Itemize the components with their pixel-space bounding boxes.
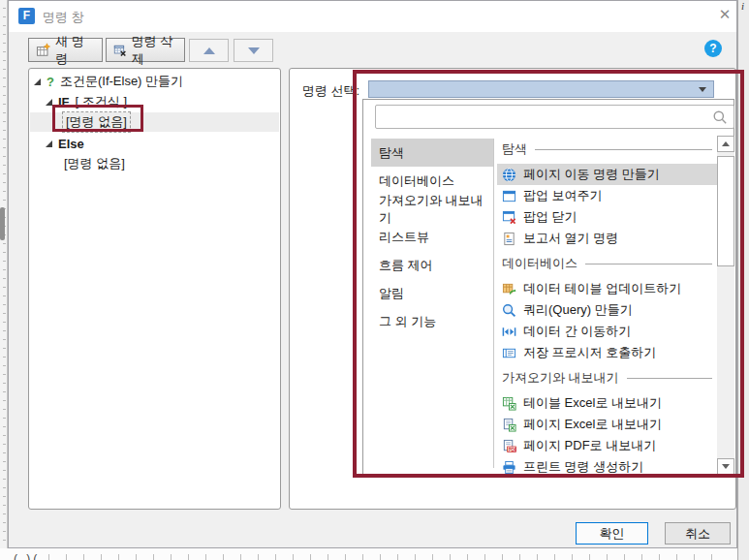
command-item-label: 페이지 PDF로 내보내기 <box>523 437 656 454</box>
tree-node-label: [명령 없음] <box>64 155 125 172</box>
scroll-down-icon <box>722 464 730 469</box>
app-logo-icon: F <box>18 8 35 24</box>
section-header-import-export: 가져오기와 내보내기 <box>497 363 717 392</box>
command-list-scrollbar <box>717 136 734 475</box>
popup-show-icon <box>502 189 516 203</box>
background-right-strip: i <box>737 0 749 560</box>
command-item-page-move[interactable]: 페이지 이동 명령 만들기 <box>497 164 717 185</box>
category-item-navigation[interactable]: 탐색 <box>371 139 493 167</box>
popup-close-icon <box>502 210 516 225</box>
command-item-label: 페이지 이동 명령 만들기 <box>523 166 660 183</box>
data-move-icon <box>502 325 516 339</box>
table-update-icon <box>502 282 516 296</box>
chevron-down-icon <box>699 87 706 92</box>
titlebar: F 명령 창 ✕ <box>9 1 736 32</box>
expander-icon[interactable] <box>34 78 41 85</box>
ruler-ticks <box>3 0 6 560</box>
command-item-label: 팝업 보여주기 <box>523 187 603 204</box>
stored-procedure-icon <box>502 346 516 360</box>
command-item-popup-show[interactable]: 팝업 보여주기 <box>497 185 717 206</box>
query-icon <box>502 303 516 318</box>
command-select-panel: 명령 선택: 탐색 데이터베이스 가져오기와 내보내기 리스트뷰 흐름 제어 알… <box>289 68 736 510</box>
question-icon: ? <box>47 75 54 89</box>
command-item-popup-close[interactable]: 팝업 닫기 <box>497 206 717 228</box>
command-item-report-open[interactable]: 보고서 열기 명령 <box>497 228 717 249</box>
tree-node-else[interactable]: Else <box>30 134 279 153</box>
tree-node-else-empty-command[interactable]: [명령 없음] <box>30 154 279 173</box>
command-item-table-update[interactable]: 데이터 테이블 업데이트하기 <box>497 278 717 299</box>
svg-text:PDF: PDF <box>508 447 516 451</box>
tree-node-label: 조건문(If-Else) 만들기 <box>60 73 183 90</box>
section-header-navigation: 탐색 <box>497 135 717 164</box>
command-item-label: 테이블 Excel로 내보내기 <box>523 394 662 412</box>
command-search-input[interactable] <box>380 108 709 126</box>
command-item-print[interactable]: 프린트 명령 생성하기 <box>497 456 717 476</box>
category-item-flow-control[interactable]: 흐름 제어 <box>371 251 493 279</box>
command-item-label: 쿼리(Query) 만들기 <box>523 301 633 319</box>
command-item-table-excel-export[interactable]: 테이블 Excel로 내보내기 <box>497 392 717 414</box>
command-item-label: 데이터 테이블 업데이트하기 <box>523 280 681 297</box>
section-title: 데이터베이스 <box>502 255 577 272</box>
background-grid-strip: ( )( <box>0 548 749 560</box>
page-excel-icon <box>502 418 516 432</box>
list-divider <box>493 139 494 468</box>
command-item-label: 페이지 Excel로 내보내기 <box>523 416 662 433</box>
tree-node-label: IF <box>58 95 70 109</box>
command-list: 탐색 페이지 이동 명령 만들기 팝업 보여주기 <box>497 135 717 476</box>
delete-command-icon <box>113 43 127 58</box>
window-title: 명령 창 <box>43 9 84 26</box>
tree-node-ifelse-root[interactable]: ? 조건문(If-Else) 만들기 <box>30 72 279 91</box>
ok-button[interactable]: 확인 <box>576 522 648 544</box>
command-item-page-pdf-export[interactable]: PDF 페이지 PDF로 내보내기 <box>497 435 717 456</box>
command-tree-panel: ? 조건문(If-Else) 만들기 IF [ 조건식 ] [명령 없음] El… <box>28 68 281 510</box>
category-item-other[interactable]: 그 외 기능 <box>371 307 493 335</box>
section-title: 가져오기와 내보내기 <box>502 369 619 387</box>
command-item-label: 데이터 간 이동하기 <box>523 323 631 340</box>
new-command-button[interactable]: 새 명령 <box>28 38 103 62</box>
expander-icon[interactable] <box>46 140 52 147</box>
category-item-notification[interactable]: 알림 <box>371 279 493 307</box>
background-i-text: i <box>741 0 744 12</box>
command-item-page-excel-export[interactable]: 페이지 Excel로 내보내기 <box>497 414 717 435</box>
command-item-label: 저장 프로시저 호출하기 <box>523 344 656 361</box>
scrollbar-up-button[interactable] <box>717 136 734 152</box>
command-search-box <box>375 105 734 129</box>
tree-node-if[interactable]: IF [ 조건식 ] <box>30 92 279 111</box>
category-item-listview[interactable]: 리스트뷰 <box>371 223 493 251</box>
page-pdf-icon: PDF <box>502 439 516 453</box>
tree-node-if-empty-command[interactable]: [명령 없음] <box>30 112 279 132</box>
tree-node-label: [명령 없음] <box>62 111 131 133</box>
scroll-up-icon <box>722 141 730 146</box>
new-command-icon <box>36 43 50 58</box>
command-dropdown-popup: 탐색 데이터베이스 가져오기와 내보내기 리스트뷰 흐름 제어 알림 그 외 기… <box>362 99 734 478</box>
tree-node-label: Else <box>58 137 84 151</box>
command-select-label: 명령 선택: <box>302 82 359 100</box>
background-ruler <box>0 0 8 560</box>
move-down-button[interactable] <box>234 39 273 62</box>
cancel-button[interactable]: 취소 <box>665 522 731 544</box>
arrow-down-icon <box>248 47 260 54</box>
command-item-stored-procedure[interactable]: 저장 프로시저 호출하기 <box>497 342 717 363</box>
command-select-combobox[interactable] <box>368 80 714 98</box>
close-icon[interactable]: ✕ <box>712 3 737 26</box>
scrollbar-down-button[interactable] <box>717 458 734 475</box>
scrollbar-thumb[interactable] <box>717 156 734 266</box>
ruler-thumb <box>0 207 5 240</box>
section-title: 탐색 <box>502 140 527 158</box>
command-item-query[interactable]: 쿼리(Query) 만들기 <box>497 299 717 321</box>
command-item-label: 보고서 열기 명령 <box>523 230 618 247</box>
category-list: 탐색 데이터베이스 가져오기와 내보내기 리스트뷰 흐름 제어 알림 그 외 기… <box>371 139 493 335</box>
background-partial-text: ( )( <box>14 552 40 560</box>
delete-command-button[interactable]: 명령 삭제 <box>106 38 185 62</box>
new-command-label: 새 명령 <box>55 33 95 68</box>
delete-command-label: 명령 삭제 <box>132 33 177 68</box>
category-item-import-export[interactable]: 가져오기와 내보내기 <box>371 195 493 223</box>
move-up-button[interactable] <box>189 39 229 62</box>
help-icon[interactable]: ? <box>704 40 722 57</box>
tree-node-condition: [ 조건식 ] <box>76 93 127 110</box>
expander-icon[interactable] <box>46 99 52 106</box>
grid-ticks <box>48 554 727 560</box>
arrow-up-icon <box>203 47 215 54</box>
search-icon <box>712 109 728 125</box>
command-item-data-move[interactable]: 데이터 간 이동하기 <box>497 321 717 342</box>
